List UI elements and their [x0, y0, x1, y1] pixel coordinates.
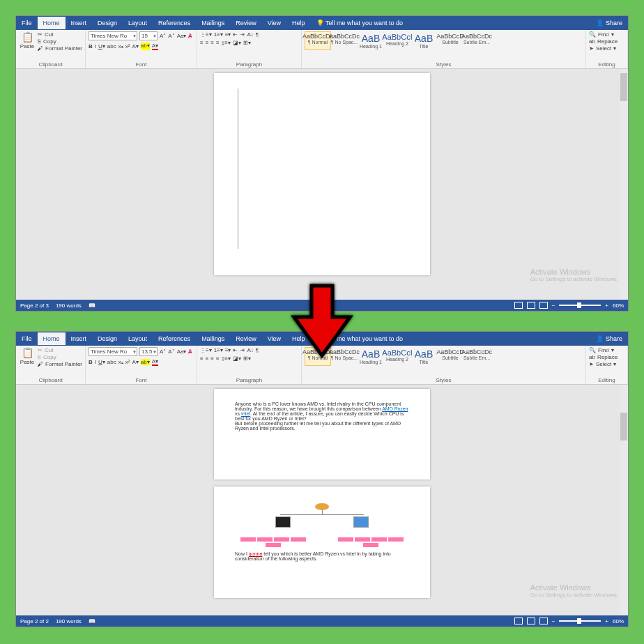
tab-review[interactable]: Review — [230, 17, 262, 29]
paste-button[interactable]: 📋 Paste — [19, 347, 36, 365]
zoom-level[interactable]: 60% — [613, 302, 624, 309]
cut-button[interactable]: ✂Cut — [38, 31, 82, 38]
superscript-button[interactable]: x² — [125, 43, 130, 49]
zoom-in-button[interactable]: + — [605, 302, 608, 309]
increase-indent-button[interactable]: ⇥ — [240, 31, 245, 38]
document-area[interactable]: Activate Windows Go to Settings to activ… — [16, 69, 628, 300]
tell-me[interactable]: 💡 Tell me what you want to do — [311, 17, 408, 29]
align-left-button[interactable]: ≡ — [200, 40, 204, 46]
sort-button[interactable]: A↓ — [247, 347, 253, 353]
blank-page[interactable] — [214, 73, 430, 275]
italic-button[interactable]: I — [95, 359, 96, 365]
align-center-button[interactable]: ≡ — [206, 355, 209, 362]
underline-button[interactable]: U▾ — [98, 43, 105, 49]
italic-button[interactable]: I — [95, 43, 96, 49]
bullets-button[interactable]: ⋮≡▾ — [200, 347, 212, 353]
tab-view[interactable]: View — [262, 17, 286, 29]
document-area[interactable]: Anyone who is a PC lover knows AMD vs. I… — [16, 385, 628, 615]
increase-indent-button[interactable]: ⇥ — [240, 347, 245, 353]
justify-button[interactable]: ≡ — [216, 355, 220, 362]
highlight-button[interactable]: ab▾ — [141, 43, 150, 50]
print-layout-button[interactable] — [527, 302, 535, 309]
decrease-indent-button[interactable]: ⇤ — [233, 347, 238, 353]
tab-layout[interactable]: Layout — [123, 17, 153, 29]
font-size-combo[interactable]: 13.5▼ — [139, 347, 158, 356]
font-name-combo[interactable]: Times New Ro▼ — [89, 347, 137, 356]
share-button[interactable]: 👤Share — [596, 20, 628, 26]
format-painter-button[interactable]: 🖌Format Painter — [38, 361, 82, 367]
page-text[interactable]: Anyone who is a PC lover knows AMD vs. I… — [214, 389, 430, 480]
select-button[interactable]: ➤Select▾ — [589, 45, 616, 52]
shrink-font-button[interactable]: A˅ — [168, 33, 174, 39]
tab-references[interactable]: References — [153, 332, 196, 345]
line-spacing-button[interactable]: ‡≡▾ — [222, 355, 231, 362]
read-mode-button[interactable] — [514, 302, 523, 309]
zoom-slider[interactable] — [559, 305, 601, 306]
zoom-in-button[interactable]: + — [605, 618, 608, 624]
tab-insert[interactable]: Insert — [66, 332, 93, 345]
underline-button[interactable]: U▾ — [98, 359, 105, 365]
align-center-button[interactable]: ≡ — [206, 40, 209, 46]
line-spacing-button[interactable]: ‡≡▾ — [222, 40, 231, 46]
style-subtitle[interactable]: AaBbCcDSubtitle — [437, 347, 463, 366]
style-heading2[interactable]: AaBbCcIHeading 2 — [384, 31, 411, 50]
tab-view[interactable]: View — [262, 332, 286, 345]
zoom-out-button[interactable]: − — [552, 618, 555, 624]
style-subtleem[interactable]: AaBbCcDcSubtle Em... — [463, 31, 490, 50]
superscript-button[interactable]: x² — [125, 359, 130, 365]
style-heading1[interactable]: AaBHeading 1 — [358, 347, 384, 366]
align-left-button[interactable]: ≡ — [200, 355, 204, 362]
align-right-button[interactable]: ≡ — [210, 40, 214, 46]
web-layout-button[interactable] — [539, 302, 548, 309]
tab-home[interactable]: Home — [38, 332, 66, 345]
tab-layout[interactable]: Layout — [123, 332, 153, 345]
zoom-out-button[interactable]: − — [552, 302, 555, 309]
select-button[interactable]: ➤Select▾ — [589, 361, 616, 367]
text-effects-button[interactable]: A▾ — [132, 43, 138, 49]
strikethrough-button[interactable]: abc — [107, 359, 116, 365]
spellcheck-icon[interactable]: 📖 — [89, 302, 95, 309]
sort-button[interactable]: A↓ — [247, 31, 253, 38]
style-title[interactable]: AaBTitle — [411, 347, 437, 366]
show-marks-button[interactable]: ¶ — [256, 31, 259, 38]
word-count[interactable]: 190 words — [56, 302, 82, 309]
read-mode-button[interactable] — [514, 618, 523, 624]
tab-mailings[interactable]: Mailings — [196, 17, 230, 29]
bold-button[interactable]: B — [89, 359, 93, 365]
tab-design[interactable]: Design — [92, 17, 123, 29]
style-title[interactable]: AaBTitle — [411, 31, 437, 50]
find-button[interactable]: 🔍Find▾ — [589, 347, 614, 353]
bullets-button[interactable]: ⋮≡▾ — [200, 31, 212, 38]
page-indicator[interactable]: Page 2 of 3 — [20, 302, 49, 309]
clear-formatting-button[interactable]: A̷ — [188, 348, 192, 355]
align-right-button[interactable]: ≡ — [210, 355, 214, 362]
change-case-button[interactable]: Aa▾ — [177, 348, 187, 355]
page-indicator[interactable]: Page 2 of 2 — [20, 618, 49, 624]
font-size-combo[interactable]: 15▼ — [139, 31, 158, 40]
word-count[interactable]: 190 words — [56, 618, 82, 624]
multilevel-button[interactable]: ≡▾ — [225, 347, 231, 353]
find-button[interactable]: 🔍Find▾ — [589, 31, 614, 38]
tab-review[interactable]: Review — [230, 332, 262, 345]
scroll-thumb[interactable] — [620, 73, 627, 101]
shading-button[interactable]: ◪▾ — [233, 355, 241, 362]
tab-mailings[interactable]: Mailings — [196, 332, 230, 345]
replace-button[interactable]: abReplace — [589, 38, 618, 45]
strikethrough-button[interactable]: abc — [107, 43, 116, 49]
style-nospacing[interactable]: AaBbCcDc¶ No Spac... — [331, 31, 358, 50]
zoom-slider[interactable] — [559, 620, 601, 622]
grow-font-button[interactable]: A˄ — [160, 348, 166, 355]
spell-error[interactable]: gonna — [249, 551, 262, 556]
share-button[interactable]: 👤Share — [596, 335, 628, 342]
text-effects-button[interactable]: A▾ — [132, 359, 138, 365]
style-heading1[interactable]: AaBHeading 1 — [358, 31, 384, 50]
tab-help[interactable]: Help — [286, 17, 311, 29]
page-diagram[interactable]: Now I gonna tell you which is better AMD… — [214, 486, 430, 598]
paste-button[interactable]: 📋 Paste — [19, 31, 36, 49]
multilevel-button[interactable]: ≡▾ — [225, 31, 231, 38]
font-name-combo[interactable]: Times New Ro▼ — [89, 31, 137, 40]
justify-button[interactable]: ≡ — [216, 40, 220, 46]
style-subtitle[interactable]: AaBbCcDSubtitle — [437, 31, 463, 50]
format-painter-button[interactable]: 🖌Format Painter — [38, 45, 82, 52]
shading-button[interactable]: ◪▾ — [233, 40, 241, 46]
